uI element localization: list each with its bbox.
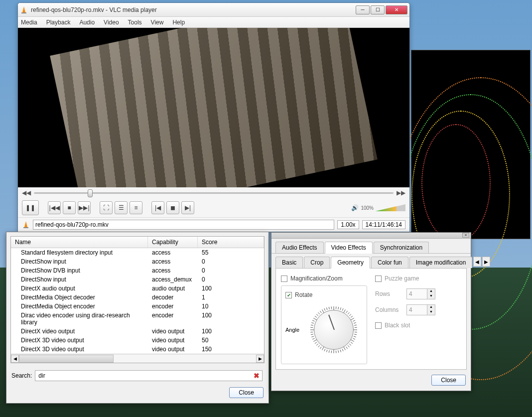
volume-slider[interactable] bbox=[376, 203, 405, 212]
main-tab-strip: Audio Effects Video Effects Synchronizat… bbox=[271, 239, 471, 254]
svg-line-8 bbox=[338, 307, 338, 309]
effects-titlebar[interactable]: × bbox=[271, 233, 471, 239]
menu-tools[interactable]: Tools bbox=[128, 19, 142, 26]
svg-line-47 bbox=[312, 338, 315, 339]
table-row[interactable]: DirectShow inputaccess_demux0 bbox=[11, 275, 264, 284]
scroll-left-icon[interactable]: ◀ bbox=[11, 355, 19, 363]
record-button[interactable]: ◼ bbox=[166, 201, 179, 214]
svg-marker-0 bbox=[22, 6, 25, 12]
table-row[interactable]: DirectX video outputvideo output100 bbox=[11, 327, 264, 336]
svg-line-59 bbox=[318, 312, 319, 314]
tab-colorfun[interactable]: Color fun bbox=[371, 257, 408, 268]
tab-synchronization[interactable]: Synchronization bbox=[374, 242, 429, 253]
time-display[interactable]: 14:11/1:46:14 bbox=[362, 220, 405, 229]
filename-field[interactable] bbox=[33, 220, 334, 230]
svg-line-37 bbox=[331, 351, 332, 353]
tab-basic[interactable]: Basic bbox=[275, 257, 303, 268]
svg-line-24 bbox=[354, 336, 356, 337]
seek-slider[interactable] bbox=[34, 190, 394, 195]
equalizer-button[interactable]: ≡ bbox=[130, 201, 142, 214]
tab-imagemod[interactable]: Image modification bbox=[409, 257, 473, 268]
table-row[interactable]: DirectMedia Object encoderencoder10 bbox=[11, 302, 264, 311]
close-icon[interactable]: × bbox=[462, 233, 469, 238]
columns-spinbox[interactable]: ▲▼ bbox=[406, 304, 435, 315]
scroll-right-icon[interactable]: ▶ bbox=[256, 355, 264, 363]
minimize-button[interactable]: ─ bbox=[356, 5, 370, 14]
menubar: Media Playback Audio Video Tools View He… bbox=[18, 17, 409, 28]
effects-window: × Audio Effects Video Effects Synchroniz… bbox=[271, 232, 471, 391]
menu-video[interactable]: Video bbox=[104, 19, 119, 26]
speaker-icon[interactable]: 🔊 bbox=[351, 204, 359, 211]
table-row[interactable]: DirectMedia Object decoderdecoder1 bbox=[11, 293, 264, 302]
col-name[interactable]: Name bbox=[11, 237, 148, 248]
svg-line-50 bbox=[310, 332, 313, 332]
menu-playback[interactable]: Playback bbox=[46, 19, 71, 26]
menu-help[interactable]: Help bbox=[172, 19, 185, 26]
titlebar[interactable]: refined-qos-blu720p-ro.mkv - VLC media p… bbox=[18, 3, 409, 17]
horizontal-scrollbar[interactable]: ◀ ▶ bbox=[11, 354, 264, 363]
col-capability[interactable]: Capability bbox=[148, 237, 198, 248]
menu-audio[interactable]: Audio bbox=[79, 19, 95, 26]
clear-search-icon[interactable]: ✖ bbox=[254, 372, 260, 380]
svg-line-20 bbox=[354, 327, 357, 328]
frame-back-button[interactable]: |◀ bbox=[151, 201, 164, 214]
rewind-icon[interactable]: ◀◀ bbox=[22, 189, 31, 196]
table-row[interactable]: Dirac video encoder using dirac-research… bbox=[11, 311, 264, 327]
table-row[interactable]: DirectShow DVB inputaccess0 bbox=[11, 266, 264, 275]
table-row[interactable]: Standard filesystem directory inputacces… bbox=[11, 248, 264, 257]
svg-line-33 bbox=[340, 350, 341, 352]
menu-media[interactable]: Media bbox=[21, 19, 37, 26]
puzzle-checkbox[interactable]: Puzzle game bbox=[375, 274, 461, 283]
magnification-checkbox[interactable]: Magnification/Zoom bbox=[281, 274, 367, 283]
stop-button[interactable]: ■ bbox=[63, 201, 76, 214]
tab-audio-effects[interactable]: Audio Effects bbox=[275, 242, 324, 253]
playlist-button[interactable]: ☰ bbox=[115, 201, 128, 214]
svg-line-15 bbox=[351, 316, 353, 317]
table-row[interactable]: DirectX 3D video outputvideo output150 bbox=[11, 345, 264, 354]
svg-line-17 bbox=[353, 320, 355, 321]
angle-label: Angle bbox=[285, 327, 299, 333]
svg-line-42 bbox=[320, 347, 321, 349]
tab-scroll-left-icon[interactable]: ◀ bbox=[473, 257, 481, 267]
close-button[interactable]: Close bbox=[431, 375, 466, 386]
svg-marker-4 bbox=[24, 221, 27, 227]
tab-video-effects[interactable]: Video Effects bbox=[325, 242, 373, 254]
close-button[interactable]: Close bbox=[229, 387, 264, 398]
volume-percent: 100% bbox=[361, 205, 374, 211]
svg-line-52 bbox=[310, 327, 313, 328]
previous-button[interactable]: |◀◀ bbox=[48, 201, 61, 214]
svg-line-60 bbox=[320, 311, 321, 313]
next-button[interactable]: ▶▶| bbox=[78, 201, 91, 214]
pause-button[interactable]: ❚❚ bbox=[22, 200, 39, 215]
svg-line-62 bbox=[324, 308, 325, 311]
tab-crop[interactable]: Crop bbox=[304, 257, 330, 268]
playback-speed[interactable]: 1.00x bbox=[337, 220, 359, 229]
blackslot-checkbox[interactable]: Black slot bbox=[375, 320, 461, 330]
svg-line-23 bbox=[354, 334, 357, 335]
maximize-button[interactable]: ☐ bbox=[371, 5, 385, 14]
svg-rect-1 bbox=[21, 12, 26, 13]
menu-view[interactable]: View bbox=[151, 19, 164, 26]
table-row[interactable]: DirectX 3D video outputvideo output50 bbox=[11, 336, 264, 345]
svg-line-34 bbox=[338, 350, 338, 353]
svg-rect-5 bbox=[23, 227, 28, 228]
table-row[interactable]: DirectShow inputaccess0 bbox=[11, 257, 264, 266]
svg-line-64 bbox=[329, 307, 329, 309]
table-row[interactable]: DirectX audio outputaudio output100 bbox=[11, 284, 264, 293]
fullscreen-button[interactable]: ⛶ bbox=[100, 201, 113, 214]
rotate-checkbox[interactable]: ✔ Rotate bbox=[285, 290, 363, 300]
tab-scroll-right-icon[interactable]: ▶ bbox=[482, 257, 490, 267]
video-output[interactable] bbox=[18, 28, 409, 187]
svg-line-7 bbox=[336, 306, 336, 309]
rotation-dial[interactable] bbox=[309, 305, 359, 355]
svg-line-44 bbox=[316, 344, 318, 345]
vlc-cone-icon bbox=[22, 221, 30, 229]
tab-geometry[interactable]: Geometry bbox=[331, 257, 370, 269]
seek-thumb[interactable] bbox=[88, 189, 93, 197]
fastforward-icon[interactable]: ▶▶ bbox=[397, 189, 405, 196]
rows-spinbox[interactable]: ▲▼ bbox=[406, 288, 435, 299]
col-score[interactable]: Score bbox=[198, 237, 264, 248]
close-button[interactable]: ✕ bbox=[386, 5, 407, 14]
frame-fwd-button[interactable]: ▶| bbox=[181, 201, 194, 214]
search-input[interactable] bbox=[35, 370, 263, 381]
